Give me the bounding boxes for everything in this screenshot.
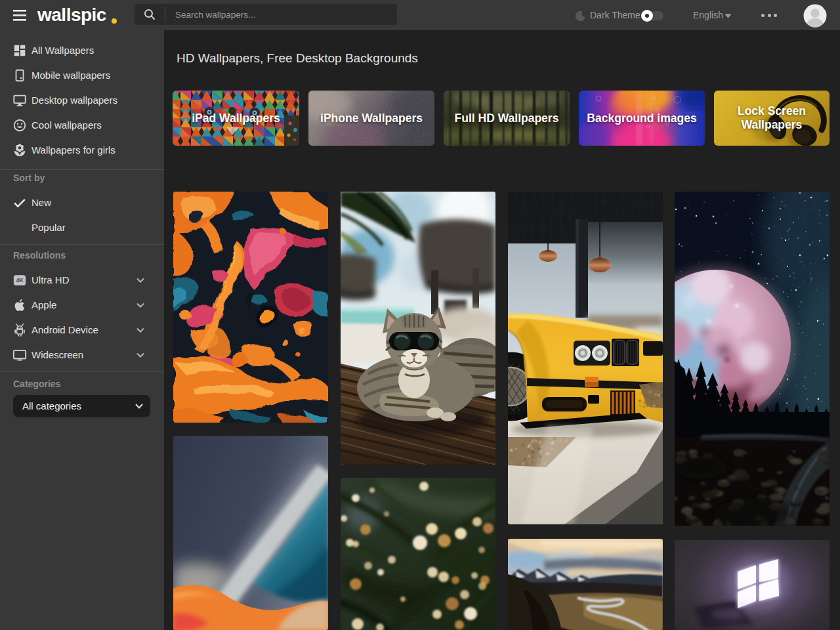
svg-text:4K: 4K [16, 277, 24, 284]
